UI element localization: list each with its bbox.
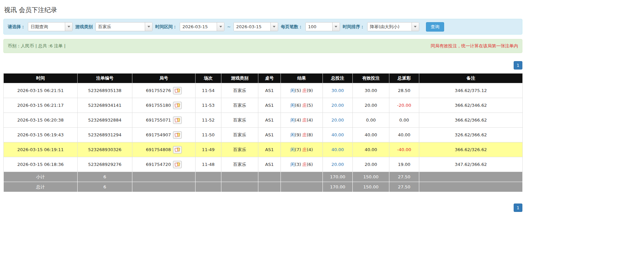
game-type: 百家乐 [221, 113, 258, 128]
bet-time: 2026-03-15 06:19:11 [4, 142, 78, 157]
caret-icon [414, 26, 417, 28]
valid-bet-notice: 同局有效投注，统一计算在该局第一张注单内 [431, 43, 518, 49]
column-header: 场次 [196, 74, 221, 83]
bet-time: 2026-03-15 06:20:38 [4, 113, 78, 128]
total-bet-link[interactable]: 20.00 [323, 157, 353, 172]
bet-row: 2026-03-15 06:21:17523268934141691755180… [4, 98, 523, 113]
table-number: AS1 [258, 83, 281, 98]
round-preview-button[interactable] [173, 117, 182, 124]
total-bet-link[interactable]: 20.00 [323, 98, 353, 113]
game-type-label: 游戏类别 [75, 24, 93, 30]
chevron-down-icon[interactable] [270, 23, 278, 31]
round-cell: 691755276 [132, 83, 196, 98]
page-1-button[interactable]: 1 [514, 61, 522, 70]
game-type: 百家乐 [221, 142, 258, 157]
table-number: AS1 [258, 157, 281, 172]
result-cell: 闲(6)庄(5) [281, 98, 323, 113]
valid-bet: 0.00 [353, 113, 389, 128]
bet-id: 523268930326 [78, 142, 132, 157]
round-preview-button[interactable] [173, 131, 182, 139]
chevron-down-icon[interactable] [145, 23, 152, 31]
footer-valid-bet: 150.00 [353, 172, 389, 182]
game-type: 百家乐 [221, 83, 258, 98]
page-size-select[interactable] [305, 22, 340, 31]
footer-label: 小计 [4, 172, 78, 182]
game-type-input[interactable] [96, 23, 145, 31]
session-number: 11-49 [196, 142, 221, 157]
payout: 28.50 [389, 83, 419, 98]
caret-icon [335, 26, 337, 28]
total-bet-link[interactable]: 30.00 [323, 83, 353, 98]
subtotal-row: 小计6170.00150.0027.50 [4, 172, 523, 182]
round-preview-button[interactable] [173, 87, 182, 94]
round-preview-button[interactable] [173, 102, 182, 109]
banker-score: (8) [307, 132, 313, 137]
session-number: 11-48 [196, 157, 221, 172]
banker-result: 庄 [302, 88, 307, 93]
result-cell: 闲(7)庄(4) [281, 142, 323, 157]
chevron-down-icon[interactable] [65, 23, 72, 31]
chevron-down-icon[interactable] [412, 23, 419, 31]
bet-row: 2026-03-15 06:19:11523268930326691754808… [4, 142, 523, 157]
table-header: 时间注单编号局号场次游戏类别桌号结果总投注有效投注总派彩备注 [4, 74, 523, 83]
sort-order-select[interactable] [367, 22, 419, 31]
date-from-input[interactable] [180, 23, 217, 31]
player-score: (7) [295, 147, 301, 152]
sort-order-input[interactable] [368, 23, 412, 31]
round-number: 691754720 [146, 162, 171, 167]
chevron-down-icon[interactable] [217, 23, 224, 31]
column-header: 结果 [281, 74, 323, 83]
valid-bet: 20.00 [353, 157, 389, 172]
total-bet-link[interactable]: 20.00 [323, 113, 353, 128]
session-number: 11-52 [196, 113, 221, 128]
round-preview-button[interactable] [173, 161, 182, 168]
date-to-input[interactable] [234, 23, 270, 31]
player-score: (4) [295, 118, 301, 123]
player-result: 闲 [291, 162, 295, 167]
table-number: AS1 [258, 98, 281, 113]
footer-count: 6 [78, 172, 132, 182]
sort-order-label: 时间排序： [343, 24, 364, 30]
footer-valid-bet: 150.00 [353, 182, 389, 192]
game-type: 百家乐 [221, 157, 258, 172]
bet-row: 2026-03-15 06:19:43523268931294691754907… [4, 128, 523, 142]
round-number: 691754907 [146, 132, 171, 137]
search-button[interactable]: 查询 [426, 22, 444, 32]
banker-score: (4) [307, 118, 313, 123]
cards-icon [175, 147, 180, 152]
cards-icon [175, 133, 180, 137]
banker-result: 庄 [302, 118, 307, 123]
page-1-button[interactable]: 1 [514, 204, 522, 212]
player-score: (5) [295, 88, 301, 93]
page-size-input[interactable] [306, 23, 332, 31]
caret-icon [273, 26, 275, 28]
bets-table: 时间注单编号局号场次游戏类别桌号结果总投注有效投注总派彩备注 2026-03-1… [3, 73, 523, 192]
query-type-input[interactable] [28, 23, 65, 31]
banker-result: 庄 [302, 147, 307, 152]
table-number: AS1 [258, 113, 281, 128]
round-preview-button[interactable] [173, 146, 182, 153]
player-score: (3) [295, 162, 301, 167]
game-type-select[interactable] [95, 22, 153, 31]
total-bet-link[interactable]: 40.00 [323, 142, 353, 157]
chevron-down-icon[interactable] [332, 23, 340, 31]
column-header: 时间 [4, 74, 78, 83]
table-number: AS1 [258, 128, 281, 142]
game-type: 百家乐 [221, 128, 258, 142]
cards-icon [175, 162, 180, 167]
bottom-pagination: 1 [3, 204, 522, 212]
page-title: 视讯 会员下注纪录 [3, 0, 522, 19]
cards-icon [175, 88, 180, 93]
result-cell: 闲(4)庄(4) [281, 113, 323, 128]
query-type-select[interactable] [28, 22, 73, 31]
date-from-select[interactable] [180, 22, 224, 31]
bet-time: 2026-03-15 06:19:43 [4, 128, 78, 142]
column-header: 备注 [419, 74, 523, 83]
game-type: 百家乐 [221, 98, 258, 113]
bet-id: 523268929276 [78, 157, 132, 172]
column-header: 桌号 [258, 74, 281, 83]
total-bet-link[interactable]: 40.00 [323, 128, 353, 142]
date-to-select[interactable] [233, 22, 278, 31]
balance-note: 346.62/375.12 [419, 83, 523, 98]
column-header: 有效投注 [353, 74, 389, 83]
